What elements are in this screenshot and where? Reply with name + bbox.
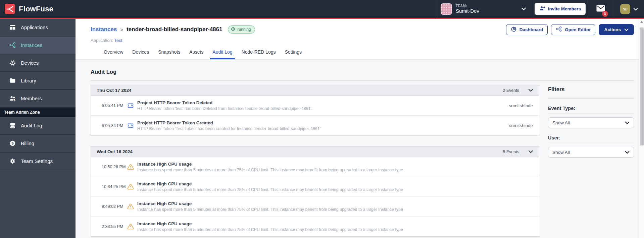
notification-badge: 3 xyxy=(602,11,608,17)
audit-entry: 2:33:55 PMInstance High CPU usageInstanc… xyxy=(91,217,539,236)
avatar: su xyxy=(620,4,630,14)
entry-user: sumitshinde xyxy=(502,123,533,128)
entry-time: 6:05:41 PM xyxy=(102,103,127,108)
audit-event-list: Thu Oct 17 20242 Events6:05:41 PMProject… xyxy=(91,85,539,238)
breadcrumb-separator: > xyxy=(120,27,123,33)
sidebar-item-library[interactable]: Library xyxy=(0,72,76,90)
user-filter-label: User: xyxy=(548,135,634,143)
audit-log-icon xyxy=(9,122,16,129)
chevron-down-icon[interactable] xyxy=(528,89,533,92)
tab-audit-log[interactable]: Audit Log xyxy=(212,47,232,59)
user-filter-value: Show All xyxy=(552,150,570,155)
entry-time: 2:33:55 PM xyxy=(102,224,127,229)
entry-description: HTTP Bearer Token 'Test Token' has been … xyxy=(137,126,320,131)
sidebar-item-label: Applications xyxy=(21,24,48,30)
scroll-up-button[interactable] xyxy=(639,19,644,24)
user-filter-select[interactable]: Show All xyxy=(548,147,634,158)
actions-label: Actions xyxy=(604,27,621,32)
entry-title: Project HTTP Bearer Token Deleted xyxy=(137,100,312,105)
scrollbar-thumb[interactable] xyxy=(640,27,644,145)
brand-name: FlowFuse xyxy=(19,5,53,13)
audit-log-section: Audit Log Thu Oct 17 20242 Events6:05:41… xyxy=(76,69,644,238)
tab-settings[interactable]: Settings xyxy=(285,47,302,59)
tab-assets[interactable]: Assets xyxy=(189,47,203,59)
audit-entry: 10:50:26 PMInstance High CPU usageInstan… xyxy=(91,157,539,177)
audit-entry: 6:05:34 PMProject HTTP Bearer Token Crea… xyxy=(91,116,539,135)
sidebar-item-audit-log[interactable]: Audit Log xyxy=(0,117,76,135)
entry-time: 6:05:34 PM xyxy=(102,123,127,128)
tab-node-red-logs[interactable]: Node-RED Logs xyxy=(242,47,276,59)
audit-group-header[interactable]: Wed Oct 16 20245 Events xyxy=(91,146,539,157)
audit-entry: 9:49:02 PMInstance High CPU usageInstanc… xyxy=(91,197,539,217)
sidebar-item-devices[interactable]: Devices xyxy=(0,54,76,72)
entry-title: Instance High CPU usage xyxy=(137,162,403,167)
warning-icon xyxy=(127,164,134,170)
team-name: Sumit-Dev xyxy=(456,8,479,14)
application-link[interactable]: Test xyxy=(114,38,122,43)
invite-members-button[interactable]: Invite Members xyxy=(535,3,586,15)
filters-title: Filters xyxy=(548,86,634,93)
entry-description: Instance has spent more than 5 minutes a… xyxy=(137,227,403,232)
applications-icon xyxy=(9,24,16,31)
sidebar-item-applications[interactable]: Applications xyxy=(0,19,76,37)
application-label: Application: xyxy=(91,38,113,43)
audit-group-header[interactable]: Thu Oct 17 20242 Events xyxy=(91,85,539,96)
application-row: Application: Test xyxy=(91,38,634,43)
breadcrumb-instances-link[interactable]: Instances xyxy=(91,26,117,33)
flowfuse-logo[interactable]: FlowFuse xyxy=(0,4,53,14)
sidebar-item-label: Devices xyxy=(21,60,39,66)
team-selector[interactable]: TEAM: Sumit-Dev xyxy=(435,0,533,18)
team-label: TEAM: xyxy=(456,4,479,8)
instance-name: tender-broad-billed-sandpiper-4861 xyxy=(127,26,222,33)
notifications-section: 3 xyxy=(587,0,614,18)
sidebar-item-billing[interactable]: $Billing xyxy=(0,135,76,153)
tab-overview[interactable]: Overview xyxy=(104,47,123,59)
event-type-select[interactable]: Show All xyxy=(548,117,634,128)
dashboard-button[interactable]: Dashboard xyxy=(506,24,548,35)
team-meta: TEAM: Sumit-Dev xyxy=(456,4,479,14)
sidebar-item-label: Billing xyxy=(21,140,34,146)
user-menu[interactable]: su xyxy=(614,0,644,18)
instance-tabs: OverviewDevicesSnapshotsAssetsAudit LogN… xyxy=(91,47,634,59)
event-type-label: Event Type: xyxy=(548,106,634,114)
warning-icon xyxy=(127,183,134,190)
sidebar-item-team-settings[interactable]: Team Settings xyxy=(0,153,76,170)
sidebar-item-label: Members xyxy=(21,96,42,101)
status-running-icon xyxy=(231,27,235,32)
actions-button[interactable]: Actions xyxy=(599,24,634,35)
open-editor-button[interactable]: Open Editor xyxy=(551,24,595,35)
sidebar-item-label: Audit Log xyxy=(21,123,42,128)
entry-description: Instance has spent more than 5 minutes a… xyxy=(137,168,403,172)
filters-panel: Filters Event Type: Show All User: Show … xyxy=(548,86,634,158)
sidebar-item-label: Instances xyxy=(21,42,42,48)
invite-members-label: Invite Members xyxy=(548,6,581,11)
chevron-down-icon xyxy=(625,120,630,125)
tab-devices[interactable]: Devices xyxy=(132,47,149,59)
group-date: Wed Oct 16 2024 xyxy=(97,149,133,154)
entry-description: Instance has spent more than 5 minutes a… xyxy=(137,207,403,212)
team-admin-zone-label: Team Admin Zone xyxy=(0,108,76,117)
sidebar-main-items: ApplicationsInstancesDevicesLibraryMembe… xyxy=(0,19,76,108)
chevron-down-icon[interactable] xyxy=(521,7,526,10)
tab-snapshots[interactable]: Snapshots xyxy=(158,47,180,59)
scrollbar[interactable] xyxy=(639,19,644,238)
svg-text:$: $ xyxy=(11,141,13,145)
mail-icon[interactable]: 3 xyxy=(596,5,605,13)
open-editor-label: Open Editor xyxy=(565,27,591,32)
filters-divider xyxy=(548,98,634,99)
breadcrumb: Instances > tender-broad-billed-sandpipe… xyxy=(91,23,634,36)
entry-title: Instance High CPU usage xyxy=(137,201,403,206)
audit-entry: 10:34:25 PMInstance High CPU usageInstan… xyxy=(91,177,539,197)
chevron-down-icon xyxy=(633,6,638,12)
entry-user: sumitshinde xyxy=(502,103,533,108)
sidebar-item-members[interactable]: Members xyxy=(0,90,76,108)
chevron-down-icon[interactable] xyxy=(528,150,533,153)
sidebar-item-instances[interactable]: Instances xyxy=(0,37,76,54)
sidebar-navigation: ApplicationsInstancesDevicesLibraryMembe… xyxy=(0,19,76,238)
main-content: Instances > tender-broad-billed-sandpipe… xyxy=(76,19,644,238)
entry-time: 10:34:25 PM xyxy=(102,184,127,189)
user-plus-icon xyxy=(539,5,545,12)
sidebar-item-label: Team Settings xyxy=(21,158,53,164)
flowfuse-logo-icon xyxy=(5,4,15,14)
team-avatar xyxy=(441,3,452,15)
